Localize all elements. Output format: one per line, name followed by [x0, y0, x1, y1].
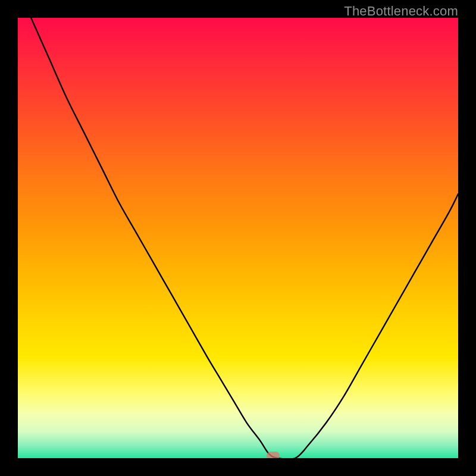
plot-area	[18, 18, 458, 458]
minimum-marker	[267, 452, 280, 458]
chart-stage: TheBottleneck.com	[0, 0, 476, 476]
brand-watermark: TheBottleneck.com	[344, 4, 458, 19]
bottleneck-curve	[18, 18, 458, 458]
